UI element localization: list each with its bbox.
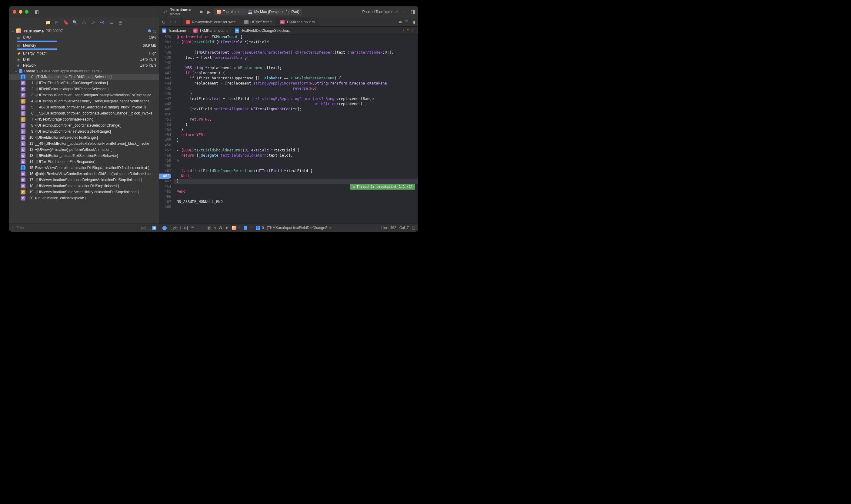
adjust-icon[interactable]: ☰ <box>405 20 409 24</box>
stack-frame[interactable]: ⚙4-[UITextInputControllerAccessibility _… <box>9 98 159 104</box>
stack-frame[interactable]: ⚙16@objc ReviewViewController.animationD… <box>9 171 159 177</box>
network-row[interactable]: ⊕NetworkZero KB/s <box>9 62 159 69</box>
play-button[interactable]: ▶ <box>207 9 211 15</box>
minimize-button[interactable] <box>19 10 22 14</box>
breakpoint-toggle-icon[interactable]: ⬤ <box>162 226 167 230</box>
stack-frames: 👤0-[TKMKanaInput textFieldDidChangeSelec… <box>9 74 159 223</box>
editor-tab[interactable]: mTKMKanaInput.m <box>276 18 319 26</box>
current-frame[interactable]: 〉 〉 👤 0 -[TKMKanaInput textFieldDidChang… <box>232 225 333 230</box>
stack-frame[interactable]: ⚙3-[UITextInputController _sendDelegateC… <box>9 92 159 98</box>
stack-frame[interactable]: ⚙10-[UIFieldEditor setSelectedTextRange:… <box>9 134 159 141</box>
sidebar-toggle-icon[interactable]: ◧ <box>35 9 39 15</box>
editor-tab[interactable]: hUITextField.h <box>240 18 276 26</box>
energy-row[interactable]: ⚡Energy ImpactHigh <box>9 50 159 56</box>
view-debug-icon[interactable]: ▦ <box>207 226 211 230</box>
location-icon[interactable]: ➤ <box>226 226 229 230</box>
step-into-button[interactable]: ↓ <box>197 226 199 230</box>
cpu-row[interactable]: ▦CPU18% <box>9 35 159 41</box>
stack-frame[interactable]: ⚙14-[UITextField becomeFirstResponder] <box>9 159 159 165</box>
stack-frame[interactable]: 👤15ReviewViewController.animationDidStop… <box>9 165 159 171</box>
stack-frame[interactable]: ⚙2-[UIFieldEditor textInputDidChangeSele… <box>9 86 159 92</box>
continue-button[interactable]: ▷| <box>184 226 188 230</box>
thread-row[interactable]: ⌄ Thread 1 Queue: com.apple.main-thread … <box>9 69 159 74</box>
disclosure-icon[interactable]: ⌄ <box>12 29 15 33</box>
reports-icon[interactable]: ▤ <box>118 20 123 25</box>
file-type-icon: h <box>244 20 249 24</box>
filter-toggle-3[interactable]: ▣ <box>152 226 156 230</box>
app-icon <box>232 226 236 230</box>
add-button[interactable]: ＋ <box>402 9 406 15</box>
breakpoints-icon[interactable]: ▭ <box>108 20 114 25</box>
bookmark-icon[interactable]: 🔖 <box>63 20 69 25</box>
stack-frame[interactable]: ⚙7-[NSTextStorage coordinateReading:] <box>9 116 159 122</box>
branch-icon[interactable]: ⎇ <box>162 10 167 14</box>
editor-tabs: ⊞ 〈 〉 sReviewViewController.swifthUIText… <box>159 18 418 26</box>
code-editor[interactable]: 3703834374384394404414424434444454464474… <box>159 35 418 223</box>
stack-frame[interactable]: ⚙1-[UITextField fieldEditorDidChangeSele… <box>9 80 159 86</box>
folder-icon[interactable]: 📁 <box>45 20 50 25</box>
stack-frame[interactable]: ⚙18-[UIViewAnimationState animationDidSt… <box>9 183 159 189</box>
stop-button[interactable]: ■ <box>200 9 203 15</box>
cpu-bar <box>17 41 151 42</box>
stack-frame[interactable]: 👤0-[TKMKanaInput textFieldDidChangeSelec… <box>9 74 159 80</box>
filter-toggle-1[interactable]: ▭ <box>141 226 145 230</box>
editor-tab[interactable]: sReviewViewController.swift <box>181 18 240 26</box>
stack-frame[interactable]: ⚙6__52-[UITextInputController _coordinat… <box>9 110 159 116</box>
disk-row[interactable]: ◉DiskZero KB/s <box>9 56 159 62</box>
split-icon[interactable]: ◨ <box>411 20 415 24</box>
frame-icon: ⚙ <box>21 117 25 122</box>
environment-icon[interactable]: ⁂ <box>219 226 223 230</box>
next-icon[interactable]: 〉 <box>411 28 415 33</box>
find-icon[interactable]: 🔍 <box>72 20 77 25</box>
process-row[interactable]: ⌄ Tsurukame PID 30297 ◎ <box>9 27 159 35</box>
frame-icon: ⚙ <box>21 105 25 110</box>
close-button[interactable] <box>13 10 16 14</box>
forward-button[interactable]: 〉 <box>174 19 178 25</box>
status-indicator-icon <box>148 30 151 32</box>
file-type-icon: m <box>280 20 285 24</box>
stack-frame[interactable]: ⚙19-[UIViewAnimationStateAccessibility a… <box>9 189 159 195</box>
zoom-button[interactable] <box>25 10 29 14</box>
frame-icon: ⚙ <box>21 183 25 188</box>
stack-frame[interactable]: ⚙11__49-[UIFieldEditor _updateTextSelect… <box>9 141 159 147</box>
code-content[interactable]: @implementation TKMKanaInput {- (BOOL)te… <box>174 35 418 223</box>
panel-toggle-icon[interactable]: ▢ <box>412 226 415 230</box>
filter-input[interactable] <box>16 226 141 230</box>
thread-icon <box>244 226 247 230</box>
back-button[interactable]: 〈 <box>168 19 172 25</box>
library-button[interactable]: ◨ <box>411 9 415 15</box>
stack-frame[interactable]: ⚙13-[UIFieldEditor _updateTextSelectionF… <box>9 152 159 159</box>
scheme-selector[interactable]: Tsurukame 〉 💻 My Mac (Designed for iPad) <box>214 8 302 15</box>
stack-frame[interactable]: ⚙9-[UITextInputController setSelectedTex… <box>9 128 159 134</box>
warning-icon[interactable]: ⚠ <box>395 10 398 14</box>
stack-frame[interactable]: ⚙8-[UITextInputController _coordinateSel… <box>9 122 159 128</box>
debug-bar: ⬤ Vim ▷| ↷ ↓ ↑ ▦ ⎋ ⁂ ➤ 〉 〉 👤 0 -[TKM <box>159 223 418 232</box>
tests-icon[interactable]: ◇ <box>90 20 96 25</box>
filter-toggle-2[interactable]: ▢ <box>147 226 151 230</box>
stack-frame[interactable]: ⚙20run_animation_callbacks(void*) <box>9 195 159 201</box>
memory-row[interactable]: ▥Memory68.9 MB <box>9 42 159 49</box>
jump-bar[interactable]: ▣ Tsurukame 〉 m TKMKanaInput.m 〉 M -text… <box>159 26 418 35</box>
memory-graph-icon[interactable]: ⎋ <box>214 226 216 230</box>
review-icon[interactable]: ⇄ <box>398 20 402 24</box>
prev-icon[interactable]: 〈 <box>401 28 405 33</box>
step-over-button[interactable]: ↷ <box>191 226 194 230</box>
stack-frame[interactable]: ⚙5__46-[UITextInputController setSelecte… <box>9 104 159 110</box>
memory-bar <box>17 49 151 50</box>
warning-icon[interactable]: ⚠ <box>406 28 410 33</box>
frame-icon: 👤 <box>21 165 25 170</box>
disclosure-icon[interactable]: ⌄ <box>15 69 18 73</box>
options-icon[interactable]: ◎ <box>153 29 156 33</box>
debug-navigator-icon[interactable]: ⦿ <box>100 20 105 25</box>
source-control-icon[interactable]: ⎘ <box>54 20 59 25</box>
related-items-icon[interactable]: ⊞ <box>162 20 165 24</box>
stack-frame[interactable]: ⚙12+[UIView(Animation) performWithoutAni… <box>9 147 159 152</box>
list-icon: ≡ <box>353 184 355 189</box>
thread-icon <box>19 69 22 73</box>
frame-icon: ⚙ <box>21 190 25 195</box>
issues-icon[interactable]: ⚠ <box>81 20 87 25</box>
project-icon: ▣ <box>162 29 166 33</box>
line-gutter[interactable]: 3703834374384394404414424434444454464474… <box>159 35 174 223</box>
step-out-button[interactable]: ↑ <box>202 226 203 230</box>
stack-frame[interactable]: ⚙17-[UIViewAnimationState sendDelegateAn… <box>9 177 159 183</box>
